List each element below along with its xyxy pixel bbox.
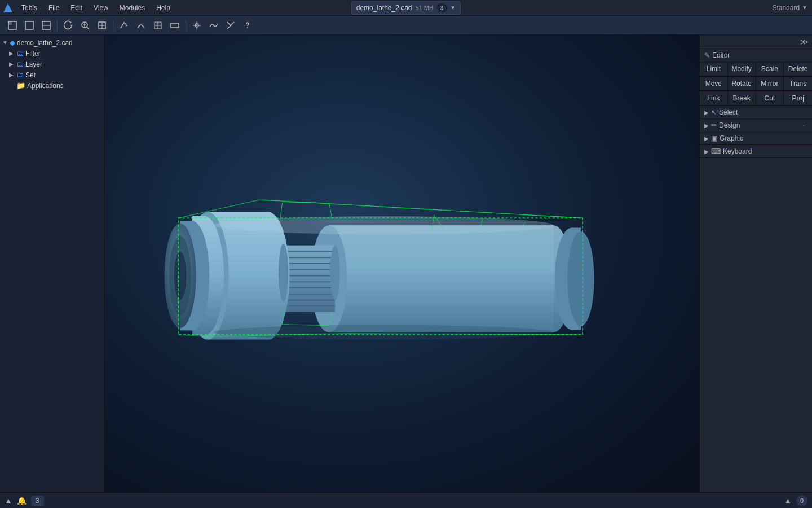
rotate-btn[interactable]: Rotate: [728, 77, 756, 91]
design-arrow: ▶: [704, 122, 709, 129]
svg-rect-2: [8, 21, 12, 25]
right-panel: ≫ ✎ Editor Limit Modify Scale Delete Mov…: [699, 35, 812, 492]
filter-icon: 🗂: [16, 49, 24, 58]
menu-file[interactable]: File: [43, 2, 65, 14]
file-tab-num: 3: [436, 3, 447, 13]
tree-root[interactable]: ▼ ◆ demo_lathe_2.cad: [0, 37, 104, 48]
left-panel-tree: ▼ ◆ demo_lathe_2.cad ▶ 🗂 Filter ▶ 🗂 Laye…: [0, 35, 104, 492]
keyboard-label: Keyboard: [723, 147, 752, 155]
panel-tree-design[interactable]: ▶ ✏ Design ←: [700, 119, 812, 132]
rotate-btn[interactable]: [60, 17, 76, 33]
file-tab-size: 51 MB: [416, 5, 434, 11]
mirror-btn[interactable]: Mirror: [756, 77, 784, 91]
zoom-btn[interactable]: [77, 17, 93, 33]
svg-rect-20: [171, 23, 179, 28]
collapse-btn[interactable]: ≫: [800, 37, 809, 46]
menu-help[interactable]: Help: [151, 2, 176, 14]
btn-row-1: Limit Modify Scale Delete: [700, 62, 812, 77]
tree-item-filter[interactable]: ▶ 🗂 Filter: [0, 48, 104, 59]
main-area: ▼ ◆ demo_lathe_2.cad ▶ 🗂 Filter ▶ 🗂 Laye…: [0, 35, 812, 492]
set-label: Set: [25, 71, 36, 79]
scroll-dn-btn[interactable]: ▲: [784, 496, 792, 505]
select-label: Select: [719, 108, 738, 116]
layer-label: Layer: [25, 60, 42, 68]
standard-dropdown-icon[interactable]: ▼: [802, 5, 807, 11]
trans-btn[interactable]: Trans: [784, 77, 812, 91]
move-btn[interactable]: Move: [700, 77, 728, 91]
scroll-up-btn[interactable]: ▲: [5, 496, 12, 505]
svg-point-55: [279, 243, 288, 301]
curve-btn[interactable]: [206, 17, 222, 33]
line-btn[interactable]: [116, 17, 132, 33]
panel-tree-select[interactable]: ▶ ↖ Select: [700, 106, 812, 119]
tree-item-applications[interactable]: ▶ 📁 Applications: [0, 80, 104, 91]
fit-btn[interactable]: [94, 17, 110, 33]
design-icon: ✏: [711, 121, 717, 129]
set-icon: 🗂: [16, 71, 24, 79]
menu-tebis[interactable]: Tebis: [16, 2, 43, 14]
grid-btn[interactable]: [150, 17, 166, 33]
panel-tree-keyboard[interactable]: ▶ ⌨ Keyboard: [700, 145, 812, 158]
file-tab[interactable]: demo_lathe_2.cad 51 MB 3 ▼: [351, 1, 461, 15]
menu-bar: Tebis File Edit View Modules Help: [16, 2, 176, 14]
arc-btn[interactable]: [133, 17, 149, 33]
status-num: 3: [31, 496, 44, 506]
bell-icon: 🔔: [17, 496, 27, 505]
graphic-icon: ▣: [711, 134, 717, 142]
help-btn[interactable]: [240, 17, 255, 33]
menu-view[interactable]: View: [88, 2, 114, 14]
keyboard-arrow: ▶: [704, 148, 709, 155]
status-count: 0: [796, 495, 807, 506]
front-view-btn[interactable]: [21, 17, 37, 33]
link-btn[interactable]: Link: [700, 91, 728, 106]
toolbar: [0, 16, 812, 35]
layer-icon: 🗂: [16, 60, 24, 68]
rect-btn[interactable]: [167, 17, 183, 33]
design-label: Design: [719, 121, 740, 129]
select-arrow: ▶: [704, 110, 709, 116]
applications-icon: 📁: [16, 81, 25, 90]
menu-edit[interactable]: Edit: [65, 2, 88, 14]
design-expand-arrow[interactable]: ←: [802, 122, 807, 129]
editor-pencil-icon: ✎: [704, 51, 710, 59]
graphic-arrow: ▶: [704, 135, 709, 142]
modify-btn[interactable]: Modify: [728, 62, 756, 76]
panel-tree-graphic[interactable]: ▶ ▣ Graphic: [700, 132, 812, 145]
toolbar-sep-3: [186, 20, 186, 31]
tree-item-set[interactable]: ▶ 🗂 Set: [0, 69, 104, 80]
box-select-btn[interactable]: [5, 17, 20, 33]
svg-rect-26: [329, 225, 553, 332]
titlebar: Tebis File Edit View Modules Help demo_l…: [0, 0, 812, 16]
3d-model-svg: [104, 35, 699, 492]
limit-btn[interactable]: Limit: [700, 62, 728, 76]
root-icon: ◆: [10, 38, 15, 47]
side-view-btn[interactable]: [38, 17, 54, 33]
editor-text: Editor: [712, 51, 730, 59]
tab-dropdown-icon[interactable]: ▼: [450, 5, 456, 11]
svg-point-54: [330, 246, 339, 300]
btn-row-2: Move Rotate Mirror Trans: [700, 77, 812, 91]
set-arrow: ▶: [9, 72, 15, 78]
svg-point-52: [214, 216, 554, 234]
svg-marker-0: [3, 3, 12, 12]
break-btn[interactable]: Break: [728, 91, 756, 106]
toolbar-sep-2: [113, 20, 113, 31]
delete-btn[interactable]: Delete: [784, 62, 812, 76]
svg-line-8: [87, 27, 89, 29]
menu-modules[interactable]: Modules: [114, 2, 151, 14]
proj-btn[interactable]: Proj: [784, 91, 812, 106]
snap-btn[interactable]: [189, 17, 205, 33]
status-right: ▲ 0: [784, 495, 807, 506]
trim-btn[interactable]: [223, 17, 239, 33]
applications-arrow: ▶: [9, 82, 15, 89]
svg-point-51: [567, 231, 594, 326]
filter-arrow: ▶: [9, 50, 15, 56]
tree-item-layer[interactable]: ▶ 🗂 Layer: [0, 59, 104, 69]
cut-btn[interactable]: Cut: [756, 91, 784, 106]
select-icon: ↖: [711, 108, 717, 116]
toolbar-sep-1: [57, 20, 58, 31]
panel-header: ≫: [700, 35, 812, 49]
app-logo: [0, 0, 16, 16]
scale-btn[interactable]: Scale: [756, 62, 784, 76]
viewport[interactable]: Y X Y X Z: [104, 35, 699, 492]
